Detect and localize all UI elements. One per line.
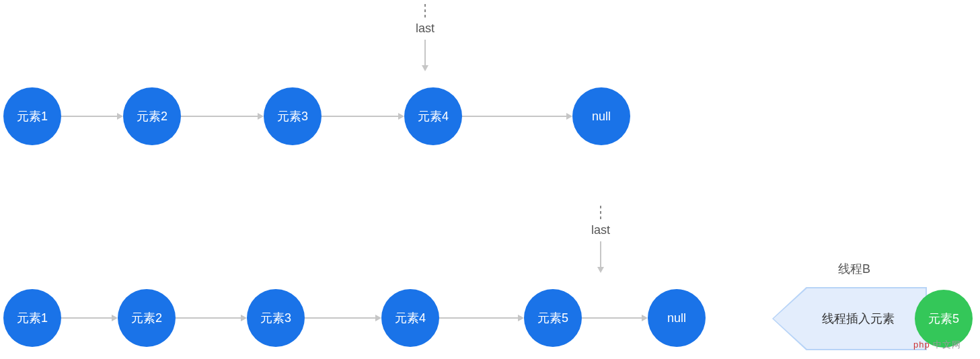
arrow-right-icon (462, 113, 572, 120)
watermark-cn: 中文网 (933, 340, 961, 350)
arrow-shaft (600, 241, 601, 267)
watermark: php 中文网 (913, 339, 961, 351)
pointer-last-row2: last (591, 206, 610, 273)
pointer-label: last (416, 22, 435, 36)
arrow-right-icon (176, 315, 247, 321)
arrow-right-icon (61, 113, 123, 120)
linked-list-row-after: 元素1 元素2 元素3 元素4 元素5 null (0, 289, 706, 347)
list-node: 元素2 (118, 289, 176, 347)
arrow-shaft (424, 40, 426, 65)
arrow-right-icon (61, 315, 118, 321)
pointer-last-row1: last (416, 4, 435, 71)
dash-segment (424, 4, 426, 17)
list-node-null: null (648, 289, 706, 347)
list-node: 元素2 (123, 87, 181, 145)
watermark-php: php (913, 340, 930, 350)
list-node: 元素3 (247, 289, 305, 347)
arrow-right-icon (322, 113, 404, 120)
dash-segment (600, 206, 601, 219)
arrow-right-icon (439, 315, 524, 321)
linked-list-row-before: 元素1 元素2 元素3 元素4 null (0, 87, 630, 145)
list-node: 元素1 (3, 289, 61, 347)
list-node: 元素4 (404, 87, 462, 145)
list-node-null: null (572, 87, 630, 145)
pointer-label: last (591, 223, 610, 237)
list-node: 元素5 (524, 289, 582, 347)
arrow-right-icon (181, 113, 264, 120)
arrow-right-icon (582, 315, 648, 321)
thread-action-box: 线程插入元素 (772, 287, 927, 350)
arrow-right-icon (305, 315, 381, 321)
arrow-head-down-icon (422, 65, 428, 71)
list-node: 元素4 (381, 289, 439, 347)
list-node: 元素1 (3, 87, 61, 145)
list-node: 元素3 (264, 87, 322, 145)
arrow-head-down-icon (597, 267, 604, 273)
thread-b-label: 线程B (838, 261, 870, 277)
